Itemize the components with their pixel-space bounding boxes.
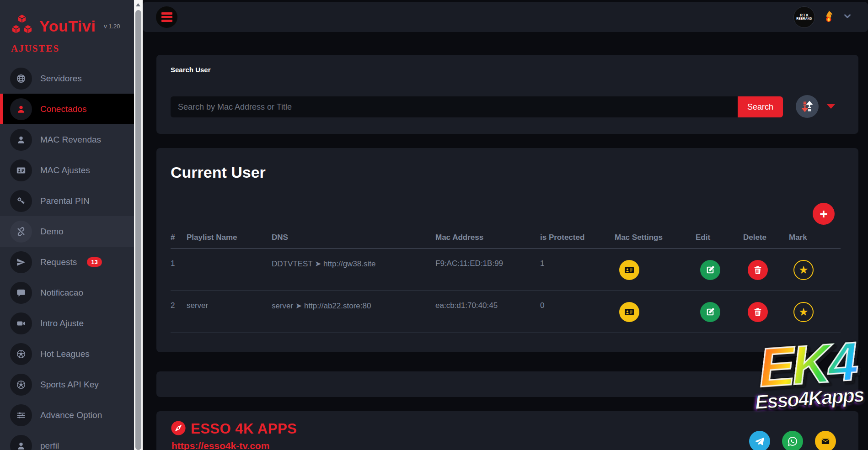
sidebar-nav: Servidores Conectados MAC Revendas MAC A…: [0, 63, 134, 450]
sidebar-item-parental-pin[interactable]: Parental PIN: [0, 185, 134, 216]
mac-settings-button[interactable]: [619, 302, 639, 322]
cubes-logo-icon: [10, 14, 34, 38]
sidebar-item-label: Advance Option: [40, 410, 102, 420]
sidebar-item-label: Intro Ajuste: [40, 318, 84, 328]
edit-button[interactable]: [700, 260, 720, 280]
mac-settings-button[interactable]: [619, 260, 639, 280]
paper-plane-icon: [16, 257, 26, 267]
sidebar-item-notificacao[interactable]: Notificacao: [0, 277, 134, 308]
table-header-row: # Playlist Name DNS Mac Address is Prote…: [171, 228, 841, 249]
cell-mac: F9:AC:11:ED:1B:99: [435, 249, 540, 291]
add-user-button[interactable]: +: [813, 203, 835, 225]
social-links: [749, 431, 836, 450]
sidebar-item-intro-ajuste[interactable]: Intro Ajuste: [0, 308, 134, 339]
topbar: RTX REBRAND: [143, 2, 868, 32]
col-playlist-name: Playlist Name: [187, 228, 272, 249]
sort-toggle-button[interactable]: [796, 95, 819, 118]
sidebar-item-label: Hot Leagues: [40, 349, 90, 359]
sidebar-item-label: MAC Revendas: [40, 135, 101, 145]
col-num: #: [171, 228, 187, 249]
table-row: 1 DDTVTEST ➤ http://gw38.site F9:AC:11:E…: [171, 249, 841, 291]
delete-button[interactable]: [748, 260, 768, 280]
sort-down-arrow: [803, 102, 807, 111]
app-title: YouTivi: [39, 17, 96, 35]
sidebar-item-label: Sports API Key: [40, 380, 99, 390]
sort-up-arrow: [808, 102, 812, 111]
sidebar-item-mac-ajustes[interactable]: MAC Ajustes: [0, 155, 134, 185]
sidebar-item-perfil[interactable]: perfil: [0, 430, 134, 450]
edit-button[interactable]: [700, 302, 720, 322]
cell-playlist: server: [187, 291, 272, 333]
col-delete: Delete: [743, 228, 789, 249]
current-user-panel: Current User + # Playlist Name DNS Mac A…: [156, 148, 858, 352]
id-card-icon: [16, 165, 26, 175]
sidebar: YouTivi v 1.20 AJUSTES Servidores Conect…: [0, 0, 134, 450]
sidebar-item-sports-api-key[interactable]: Sports API Key: [0, 369, 134, 400]
empty-panel: [156, 371, 858, 397]
vertical-scrollbar[interactable]: [134, 0, 143, 450]
cell-dns: DDTVTEST ➤ http://gw38.site: [272, 249, 435, 291]
email-icon[interactable]: [815, 431, 836, 450]
sidebar-item-mac-revendas[interactable]: MAC Revendas: [0, 124, 134, 155]
user-icon: [16, 135, 26, 145]
cell-protected: 1: [540, 249, 615, 291]
search-input[interactable]: [171, 96, 738, 117]
menu-toggle-button[interactable]: [156, 6, 177, 28]
sliders-icon: [16, 410, 26, 420]
sidebar-item-hot-leagues[interactable]: Hot Leagues: [0, 339, 134, 369]
scrollbar-thumb[interactable]: [135, 10, 141, 450]
sidebar-item-label: Servidores: [40, 74, 82, 84]
cell-playlist: [187, 249, 272, 291]
cell-num: 1: [171, 249, 187, 291]
footer-title: ESSO 4K APPS: [191, 421, 297, 437]
soccer-ball-icon: [16, 380, 26, 390]
flame-icon[interactable]: [823, 10, 835, 24]
sidebar-item-conectados[interactable]: Conectados: [0, 94, 134, 124]
sidebar-item-label: Notificacao: [40, 288, 83, 298]
whatsapp-icon[interactable]: [782, 431, 803, 450]
col-mac-address: Mac Address: [435, 228, 540, 249]
app-version: v 1.20: [104, 23, 120, 30]
sidebar-section-label: AJUSTES: [11, 43, 134, 54]
sidebar-item-label: Requests: [40, 257, 77, 267]
col-mark: Mark: [789, 228, 841, 249]
search-panel-title: Search User: [171, 66, 211, 74]
requests-count-badge: 13: [87, 257, 102, 267]
star-icon: ★: [798, 264, 809, 276]
mark-button[interactable]: ★: [793, 302, 814, 322]
mark-button[interactable]: ★: [793, 260, 814, 280]
unlink-icon: [16, 227, 26, 237]
hamburger-icon: [161, 12, 172, 15]
col-mac-settings: Mac Settings: [615, 228, 696, 249]
col-edit: Edit: [696, 228, 743, 249]
user-icon: [16, 441, 26, 450]
sidebar-item-servidores[interactable]: Servidores: [0, 63, 134, 94]
sidebar-item-advance-option[interactable]: Advance Option: [0, 400, 134, 430]
sidebar-item-label: Parental PIN: [40, 196, 90, 206]
sidebar-item-label: Demo: [40, 227, 64, 237]
search-panel: Search User Search: [156, 55, 858, 134]
page-title: Current User: [171, 164, 266, 181]
cell-mac: ea:cb:d1:70:40:45: [435, 291, 540, 333]
col-dns: DNS: [272, 228, 435, 249]
col-is-protected: is Protected: [540, 228, 615, 249]
caret-down-icon[interactable]: [827, 104, 835, 109]
sidebar-item-demo[interactable]: Demo: [0, 216, 134, 247]
cell-protected: 0: [540, 291, 615, 333]
delete-button[interactable]: [748, 302, 768, 322]
chevron-down-icon[interactable]: [842, 11, 852, 23]
search-button[interactable]: Search: [738, 96, 783, 117]
soccer-ball-icon: [16, 349, 26, 359]
video-camera-icon: [16, 318, 26, 328]
sidebar-item-requests[interactable]: Requests 13: [0, 247, 134, 277]
compass-icon: [171, 420, 186, 438]
user-icon: [16, 104, 26, 114]
key-icon: [16, 196, 26, 206]
scrollbar-up-arrow[interactable]: [136, 3, 140, 6]
telegram-icon[interactable]: [749, 431, 770, 450]
profile-avatar[interactable]: RTX REBRAND: [793, 6, 815, 28]
footer-link[interactable]: https://esso4k-tv.com: [171, 440, 269, 450]
comment-icon: [16, 288, 26, 298]
users-table: # Playlist Name DNS Mac Address is Prote…: [171, 228, 841, 333]
globe-icon: [16, 74, 26, 84]
